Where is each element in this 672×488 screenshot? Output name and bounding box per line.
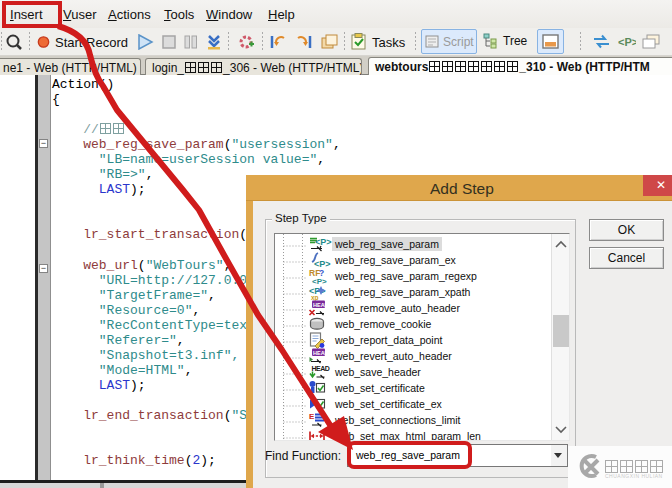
svg-text:<P>: <P> [315,237,332,247]
svg-text:<P>: <P> [314,259,331,269]
svg-text:HEAD: HEAD [313,350,329,356]
svg-text:HEAD: HEAD [313,302,329,308]
svg-text:E: E [309,412,315,421]
svg-text:<P>: <P> [618,36,636,48]
svg-text:HEAD: HEAD [312,365,330,372]
